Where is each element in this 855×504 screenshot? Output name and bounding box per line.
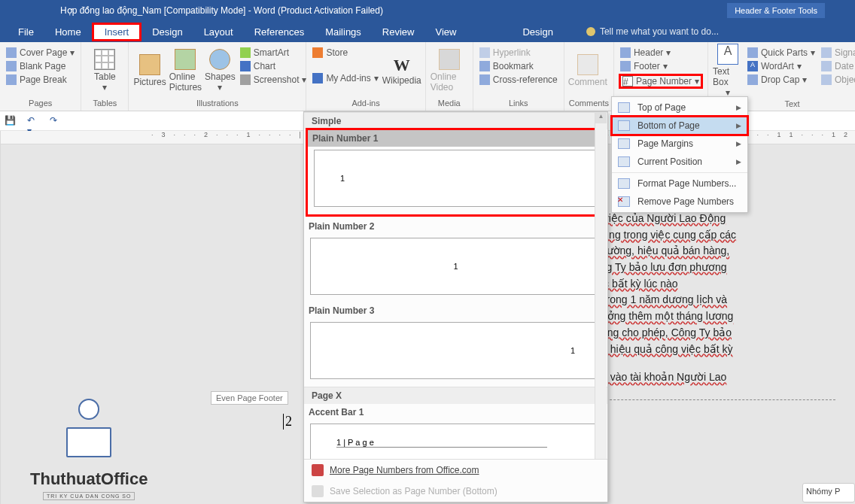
current-pos-icon: [618, 156, 630, 167]
store-button[interactable]: Store: [311, 47, 379, 59]
group-comments-label: Comments: [569, 97, 609, 109]
comment-button[interactable]: Comment: [569, 44, 607, 97]
tab-references[interactable]: References: [244, 23, 315, 41]
hyperlink-icon: [479, 47, 490, 58]
tab-insert[interactable]: Insert: [92, 23, 142, 41]
group-pages-label: Pages: [5, 97, 76, 109]
datetime-button[interactable]: Date & T: [820, 60, 855, 72]
bottom-page-icon: [618, 120, 630, 131]
quickparts-icon: [747, 47, 758, 58]
bookmark-icon: [479, 61, 490, 71]
save-icon[interactable]: 💾: [5, 115, 17, 127]
dropcap-button[interactable]: Drop Cap ▾: [746, 74, 817, 86]
pictures-icon: [139, 54, 160, 75]
remove-numbers-icon: ✕: [618, 196, 630, 207]
wikipedia-icon: W: [394, 56, 410, 75]
online-video-button[interactable]: Online Video: [431, 44, 468, 97]
signature-icon: [821, 47, 832, 58]
group-links: Hyperlink Bookmark Cross-reference Links: [473, 42, 564, 111]
footer-icon: [620, 61, 631, 71]
crossref-icon: [479, 74, 490, 85]
shapes-button[interactable]: Shapes ▾: [205, 44, 236, 97]
page-break-button[interactable]: Page Break: [5, 74, 76, 86]
wordart-button[interactable]: AWordArt ▾: [746, 60, 817, 72]
bulb-icon: [586, 27, 595, 36]
chart-button[interactable]: Chart: [239, 60, 309, 72]
wikipedia-button[interactable]: WWikipedia: [383, 44, 421, 97]
crossref-button[interactable]: Cross-reference: [478, 74, 559, 86]
gallery-save-selection: Save Selection as Page Number (Bottom): [304, 481, 607, 502]
group-tables: Table ▾ Tables: [81, 42, 129, 111]
save-selection-icon: [312, 485, 324, 497]
cover-page-button[interactable]: Cover Page ▾: [5, 47, 76, 59]
tab-design[interactable]: Design: [141, 23, 193, 41]
table-button[interactable]: Table ▾: [86, 44, 123, 97]
screenshot-button[interactable]: Screenshot ▾: [239, 74, 309, 86]
myaddins-icon: [312, 73, 323, 83]
group-illustrations: Pictures Online Pictures Shapes ▾ SmartA…: [129, 42, 306, 111]
title-bar: Hợp đồng lao động_Nam [Compatibility Mod…: [0, 0, 855, 21]
tab-home[interactable]: Home: [44, 23, 92, 41]
header-button[interactable]: Header ▾: [619, 47, 703, 59]
tab-hf-design[interactable]: Design: [512, 23, 563, 41]
submenu-top-of-page[interactable]: Top of Page▶: [612, 99, 747, 117]
watermark-logo: ThuthuatOffice TRI KY CUA DAN CONG SO: [30, 399, 148, 500]
smartart-button[interactable]: SmartArt: [239, 47, 309, 59]
dropcap-icon: [747, 74, 758, 85]
gallery-item-pn1[interactable]: Plain Number 1 1: [306, 128, 606, 217]
document-body-text: g việc của Người Lao Động Động trong việ…: [595, 211, 835, 400]
gallery-item-pn2[interactable]: Plain Number 2 1: [304, 218, 607, 295]
page-number-gallery: Simple Plain Number 1 1 Plain Number 2 1…: [303, 111, 608, 502]
tell-me-text: Tell me what you want to do...: [600, 26, 719, 37]
online-pictures-button[interactable]: Online Pictures: [169, 44, 202, 97]
gallery-item-pn3[interactable]: Plain Number 3 1: [304, 302, 607, 379]
tab-view[interactable]: View: [424, 23, 467, 41]
tab-review[interactable]: Review: [372, 23, 425, 41]
myaddins-button[interactable]: My Add-ins ▾: [311, 72, 379, 84]
textbox-button[interactable]: AText Box ▾: [713, 44, 743, 98]
tab-layout[interactable]: Layout: [193, 23, 244, 41]
scroll-up-icon[interactable]: ▲: [595, 113, 607, 123]
page-number-button[interactable]: #Page Number ▾: [619, 74, 703, 89]
submenu-remove-numbers[interactable]: ✕ Remove Page Numbers: [612, 193, 747, 211]
contextual-tools-label: Header & Footer Tools: [727, 3, 825, 18]
page-break-icon: [6, 74, 17, 85]
submenu-format-numbers[interactable]: Format Page Numbers...: [612, 175, 747, 193]
pictures-button[interactable]: Pictures: [133, 44, 166, 97]
popup-nhomy: Nhómy P: [802, 483, 855, 502]
ribbon-tabs: File Home Insert Design Layout Reference…: [0, 21, 855, 42]
hyperlink-button[interactable]: Hyperlink: [478, 47, 559, 59]
submenu-page-margins[interactable]: Page Margins▶: [612, 135, 747, 153]
datetime-icon: [821, 61, 832, 71]
group-illus-label: Illustrations: [133, 97, 301, 109]
quickparts-button[interactable]: Quick Parts ▾: [746, 47, 817, 59]
logo-person-icon: [44, 399, 134, 466]
gallery-more-office[interactable]: More Page Numbers from Office.com: [304, 460, 607, 481]
tell-me[interactable]: Tell me what you want to do...: [586, 26, 719, 37]
gallery-scrollbar[interactable]: ▲ ▼: [595, 113, 607, 459]
bookmark-button[interactable]: Bookmark: [478, 60, 559, 72]
chevron-right-icon: ▶: [736, 122, 741, 129]
signature-button[interactable]: Signatur: [820, 47, 855, 59]
group-addins-label: Add-ins: [311, 97, 420, 109]
undo-icon[interactable]: ↶ ▾: [27, 115, 39, 127]
document-title: Hợp đồng lao động_Nam [Compatibility Mod…: [0, 5, 383, 16]
cover-page-icon: [6, 47, 17, 58]
store-icon: [312, 47, 323, 58]
tab-file[interactable]: File: [8, 23, 44, 41]
screenshot-icon: [240, 74, 251, 85]
submenu-current-position[interactable]: Current Position▶: [612, 153, 747, 171]
submenu-separator: [612, 172, 747, 173]
group-addins: Store My Add-ins ▾ WWikipedia Add-ins: [306, 42, 425, 111]
gallery-cat-simple: Simple: [304, 112, 607, 129]
footer-button[interactable]: Footer ▾: [619, 60, 703, 72]
submenu-bottom-of-page[interactable]: Bottom of Page▶: [612, 117, 747, 135]
tab-mailings[interactable]: Mailings: [315, 23, 372, 41]
wordart-icon: A: [747, 61, 758, 71]
object-button[interactable]: Object: [820, 74, 855, 86]
gallery-item-accent1[interactable]: Accent Bar 1 1 | P a g e: [304, 404, 607, 459]
comment-icon: [577, 54, 598, 75]
chevron-right-icon: ▶: [736, 158, 741, 165]
redo-icon[interactable]: ↷: [50, 115, 62, 127]
blank-page-button[interactable]: Blank Page: [5, 60, 76, 72]
